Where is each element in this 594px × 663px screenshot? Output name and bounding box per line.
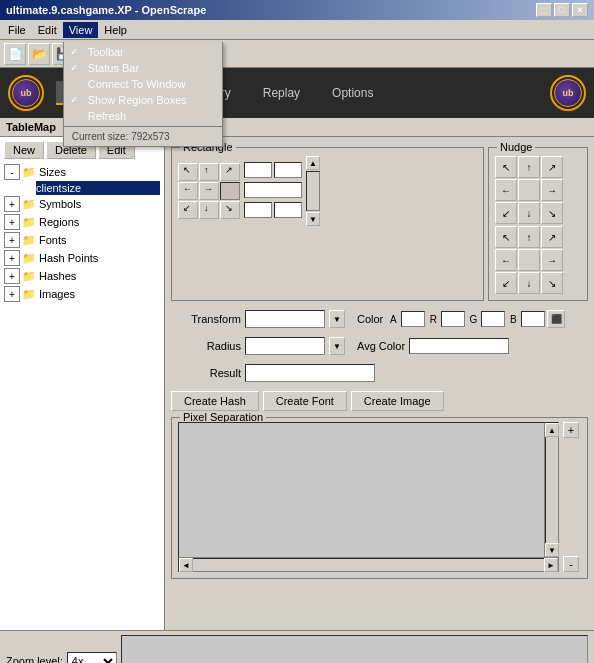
vscroll-up[interactable]: ▲: [545, 423, 559, 437]
main-content: New Delete Edit - 📁 Sizes clientsize + 📁…: [0, 137, 594, 630]
chip-left: ub: [8, 75, 44, 111]
rect-btn-se[interactable]: ↘: [220, 201, 240, 219]
rect-btn-e[interactable]: →: [199, 182, 219, 200]
radius-combo-btn[interactable]: ▼: [329, 337, 345, 355]
hashes-expander[interactable]: +: [4, 268, 20, 284]
nudge2-w[interactable]: ←: [495, 249, 517, 271]
nudge-s[interactable]: ↓: [518, 202, 540, 224]
dropdown-toolbar[interactable]: ✓ Toolbar: [64, 44, 222, 60]
nav-replay[interactable]: Replay: [251, 82, 312, 104]
new-button[interactable]: New: [4, 141, 44, 159]
create-image-btn[interactable]: Create Image: [351, 391, 444, 411]
rect-x2[interactable]: [244, 182, 302, 198]
color-picker-btn[interactable]: ⬛: [547, 310, 565, 328]
pixel-sep-minus[interactable]: -: [563, 556, 579, 572]
view-dropdown: ✓ Toolbar ✓ Status Bar ✓ Connect To Wind…: [63, 42, 223, 147]
fonts-label: Fonts: [39, 234, 67, 246]
toolbar-new-btn[interactable]: 📄: [4, 43, 26, 65]
rect-btn-w[interactable]: ←: [178, 182, 198, 200]
nav-options[interactable]: Options: [320, 82, 385, 104]
close-button[interactable]: ×: [572, 3, 588, 17]
tree-hashes[interactable]: + 📁 Hashes: [4, 267, 160, 285]
rect-scroll-down[interactable]: ▼: [306, 212, 320, 226]
nudge2-n[interactable]: ↑: [518, 226, 540, 248]
tree-images[interactable]: + 📁 Images: [4, 285, 160, 303]
rect-x3[interactable]: [244, 202, 272, 218]
result-label: Result: [171, 367, 241, 379]
nudge2-nw[interactable]: ↖: [495, 226, 517, 248]
rect-y1[interactable]: [274, 162, 302, 178]
pixel-sep-canvas[interactable]: [178, 422, 545, 558]
pixel-sep-plus[interactable]: +: [563, 422, 579, 438]
dropdown-refresh[interactable]: ✓ Refresh: [64, 108, 222, 124]
create-hash-btn[interactable]: Create Hash: [171, 391, 259, 411]
color-b-input[interactable]: [521, 311, 545, 327]
color-a-input[interactable]: [401, 311, 425, 327]
images-folder-icon: 📁: [22, 288, 36, 301]
rect-btn-sw[interactable]: ↙: [178, 201, 198, 219]
tree-fonts[interactable]: + 📁 Fonts: [4, 231, 160, 249]
menu-help[interactable]: Help: [98, 22, 133, 38]
result-input[interactable]: 792 x 573: [245, 364, 375, 382]
nudge2-sw[interactable]: ↙: [495, 272, 517, 294]
transform-combo-btn[interactable]: ▼: [329, 310, 345, 328]
nudge-nw[interactable]: ↖: [495, 156, 517, 178]
maximize-button[interactable]: □: [554, 3, 570, 17]
transform-input[interactable]: [245, 310, 325, 328]
hash-points-label: Hash Points: [39, 252, 98, 264]
vscroll-down[interactable]: ▼: [545, 543, 559, 557]
create-font-btn[interactable]: Create Font: [263, 391, 347, 411]
nudge-ne[interactable]: ↗: [541, 156, 563, 178]
nudge-w[interactable]: ←: [495, 179, 517, 201]
rect-y3[interactable]: [274, 202, 302, 218]
nudge-e[interactable]: →: [541, 179, 563, 201]
current-size-text: Current size: 792x573: [64, 129, 222, 144]
dropdown-connect-to-window[interactable]: ✓ Connect To Window: [64, 76, 222, 92]
minimize-button[interactable]: _: [536, 3, 552, 17]
nudge2-e[interactable]: →: [541, 249, 563, 271]
bottom-area: Zoom level: 4x 1x 2x 8x: [0, 630, 594, 663]
tree-symbols[interactable]: + 📁 Symbols: [4, 195, 160, 213]
tree-sizes[interactable]: - 📁 Sizes: [4, 163, 160, 181]
vscroll-thumb[interactable]: [546, 437, 558, 543]
menu-view[interactable]: View ✓ Toolbar ✓ Status Bar ✓ Connect To…: [63, 22, 99, 38]
tree-regions[interactable]: + 📁 Regions: [4, 213, 160, 231]
hash-points-expander[interactable]: +: [4, 250, 20, 266]
fonts-expander[interactable]: +: [4, 232, 20, 248]
rect-btn-n[interactable]: ↑: [199, 163, 219, 181]
radius-input[interactable]: [245, 337, 325, 355]
images-label: Images: [39, 288, 75, 300]
rect-x1[interactable]: [244, 162, 272, 178]
color-g-input[interactable]: [481, 311, 505, 327]
menu-edit[interactable]: Edit: [32, 22, 63, 38]
rect-btn-ne[interactable]: ↗: [220, 163, 240, 181]
nudge2-ne[interactable]: ↗: [541, 226, 563, 248]
pixel-sep-vscroll: ▲ ▼: [545, 422, 559, 558]
color-label: Color: [357, 313, 383, 325]
rect-scroll-up[interactable]: ▲: [306, 156, 320, 170]
symbols-expander[interactable]: +: [4, 196, 20, 212]
nudge-se[interactable]: ↘: [541, 202, 563, 224]
color-r-input[interactable]: [441, 311, 465, 327]
sidebar: New Delete Edit - 📁 Sizes clientsize + 📁…: [0, 137, 165, 630]
zoom-select[interactable]: 4x 1x 2x 8x: [67, 652, 117, 663]
clientsize-item[interactable]: clientsize: [36, 181, 160, 195]
dropdown-statusbar[interactable]: ✓ Status Bar: [64, 60, 222, 76]
menu-file[interactable]: File: [2, 22, 32, 38]
sizes-expander[interactable]: -: [4, 164, 20, 180]
regions-expander[interactable]: +: [4, 214, 20, 230]
hscroll-right[interactable]: ►: [544, 558, 558, 572]
nudge2-se[interactable]: ↘: [541, 272, 563, 294]
nudge-n[interactable]: ↑: [518, 156, 540, 178]
hscroll-track: [193, 559, 544, 571]
pixel-sep-content: ▲ ▼ ◄ ► + -: [178, 422, 581, 572]
nudge-sw[interactable]: ↙: [495, 202, 517, 224]
hscroll-left[interactable]: ◄: [179, 558, 193, 572]
images-expander[interactable]: +: [4, 286, 20, 302]
rect-btn-s[interactable]: ↓: [199, 201, 219, 219]
tree-hash-points[interactable]: + 📁 Hash Points: [4, 249, 160, 267]
dropdown-show-region-boxes[interactable]: ✓ Show Region Boxes: [64, 92, 222, 108]
nudge2-s[interactable]: ↓: [518, 272, 540, 294]
toolbar-open-btn[interactable]: 📂: [28, 43, 50, 65]
rect-btn-nw[interactable]: ↖: [178, 163, 198, 181]
